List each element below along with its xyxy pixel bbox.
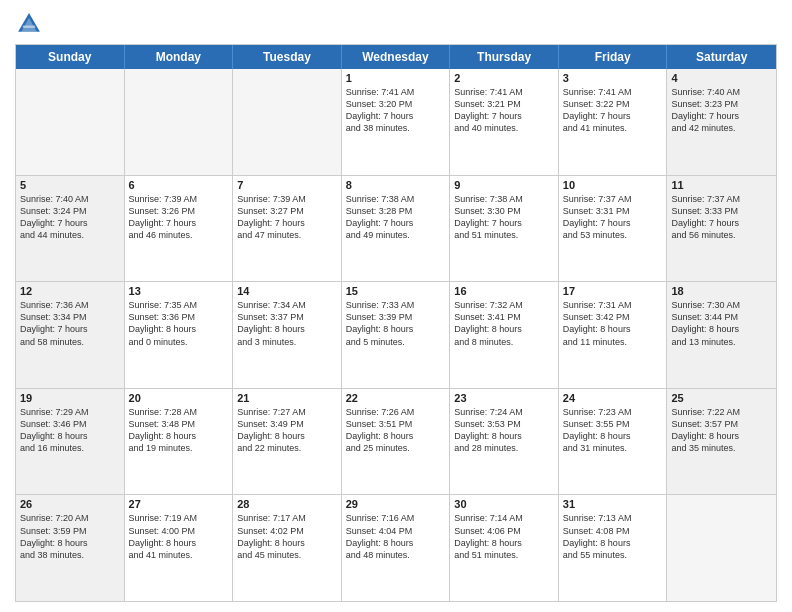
calendar-cell-4: 4Sunrise: 7:40 AM Sunset: 3:23 PM Daylig…	[667, 69, 776, 175]
day-number: 13	[129, 285, 229, 297]
day-info: Sunrise: 7:40 AM Sunset: 3:24 PM Dayligh…	[20, 193, 120, 242]
day-number: 7	[237, 179, 337, 191]
calendar-cell-11: 11Sunrise: 7:37 AM Sunset: 3:33 PM Dayli…	[667, 176, 776, 282]
day-number: 6	[129, 179, 229, 191]
day-number: 16	[454, 285, 554, 297]
day-info: Sunrise: 7:33 AM Sunset: 3:39 PM Dayligh…	[346, 299, 446, 348]
calendar-cell-19: 19Sunrise: 7:29 AM Sunset: 3:46 PM Dayli…	[16, 389, 125, 495]
calendar-cell-3: 3Sunrise: 7:41 AM Sunset: 3:22 PM Daylig…	[559, 69, 668, 175]
calendar-cell-2: 2Sunrise: 7:41 AM Sunset: 3:21 PM Daylig…	[450, 69, 559, 175]
day-info: Sunrise: 7:39 AM Sunset: 3:27 PM Dayligh…	[237, 193, 337, 242]
calendar-cell-empty-0-1	[125, 69, 234, 175]
header-day-monday: Monday	[125, 45, 234, 69]
day-number: 25	[671, 392, 772, 404]
day-info: Sunrise: 7:29 AM Sunset: 3:46 PM Dayligh…	[20, 406, 120, 455]
day-number: 17	[563, 285, 663, 297]
day-info: Sunrise: 7:39 AM Sunset: 3:26 PM Dayligh…	[129, 193, 229, 242]
calendar-cell-31: 31Sunrise: 7:13 AM Sunset: 4:08 PM Dayli…	[559, 495, 668, 601]
day-info: Sunrise: 7:24 AM Sunset: 3:53 PM Dayligh…	[454, 406, 554, 455]
day-number: 9	[454, 179, 554, 191]
day-info: Sunrise: 7:40 AM Sunset: 3:23 PM Dayligh…	[671, 86, 772, 135]
day-number: 11	[671, 179, 772, 191]
day-number: 30	[454, 498, 554, 510]
calendar-cell-26: 26Sunrise: 7:20 AM Sunset: 3:59 PM Dayli…	[16, 495, 125, 601]
day-info: Sunrise: 7:23 AM Sunset: 3:55 PM Dayligh…	[563, 406, 663, 455]
day-number: 12	[20, 285, 120, 297]
calendar-header: SundayMondayTuesdayWednesdayThursdayFrid…	[16, 45, 776, 69]
day-info: Sunrise: 7:31 AM Sunset: 3:42 PM Dayligh…	[563, 299, 663, 348]
header	[15, 10, 777, 38]
day-info: Sunrise: 7:14 AM Sunset: 4:06 PM Dayligh…	[454, 512, 554, 561]
day-info: Sunrise: 7:38 AM Sunset: 3:30 PM Dayligh…	[454, 193, 554, 242]
day-info: Sunrise: 7:22 AM Sunset: 3:57 PM Dayligh…	[671, 406, 772, 455]
day-info: Sunrise: 7:13 AM Sunset: 4:08 PM Dayligh…	[563, 512, 663, 561]
calendar-cell-25: 25Sunrise: 7:22 AM Sunset: 3:57 PM Dayli…	[667, 389, 776, 495]
calendar-cell-21: 21Sunrise: 7:27 AM Sunset: 3:49 PM Dayli…	[233, 389, 342, 495]
header-day-wednesday: Wednesday	[342, 45, 451, 69]
day-number: 27	[129, 498, 229, 510]
header-day-tuesday: Tuesday	[233, 45, 342, 69]
calendar-cell-22: 22Sunrise: 7:26 AM Sunset: 3:51 PM Dayli…	[342, 389, 451, 495]
calendar-row-2: 12Sunrise: 7:36 AM Sunset: 3:34 PM Dayli…	[16, 281, 776, 388]
calendar-row-1: 5Sunrise: 7:40 AM Sunset: 3:24 PM Daylig…	[16, 175, 776, 282]
header-day-sunday: Sunday	[16, 45, 125, 69]
day-number: 4	[671, 72, 772, 84]
day-number: 22	[346, 392, 446, 404]
day-number: 18	[671, 285, 772, 297]
calendar-row-0: 1Sunrise: 7:41 AM Sunset: 3:20 PM Daylig…	[16, 69, 776, 175]
day-number: 15	[346, 285, 446, 297]
header-day-saturday: Saturday	[667, 45, 776, 69]
calendar-cell-30: 30Sunrise: 7:14 AM Sunset: 4:06 PM Dayli…	[450, 495, 559, 601]
day-number: 2	[454, 72, 554, 84]
day-info: Sunrise: 7:36 AM Sunset: 3:34 PM Dayligh…	[20, 299, 120, 348]
day-info: Sunrise: 7:20 AM Sunset: 3:59 PM Dayligh…	[20, 512, 120, 561]
calendar-cell-14: 14Sunrise: 7:34 AM Sunset: 3:37 PM Dayli…	[233, 282, 342, 388]
day-number: 19	[20, 392, 120, 404]
calendar-cell-29: 29Sunrise: 7:16 AM Sunset: 4:04 PM Dayli…	[342, 495, 451, 601]
calendar-cell-8: 8Sunrise: 7:38 AM Sunset: 3:28 PM Daylig…	[342, 176, 451, 282]
page: SundayMondayTuesdayWednesdayThursdayFrid…	[0, 0, 792, 612]
calendar-cell-28: 28Sunrise: 7:17 AM Sunset: 4:02 PM Dayli…	[233, 495, 342, 601]
calendar-cell-1: 1Sunrise: 7:41 AM Sunset: 3:20 PM Daylig…	[342, 69, 451, 175]
day-info: Sunrise: 7:38 AM Sunset: 3:28 PM Dayligh…	[346, 193, 446, 242]
day-info: Sunrise: 7:37 AM Sunset: 3:33 PM Dayligh…	[671, 193, 772, 242]
day-info: Sunrise: 7:37 AM Sunset: 3:31 PM Dayligh…	[563, 193, 663, 242]
day-info: Sunrise: 7:26 AM Sunset: 3:51 PM Dayligh…	[346, 406, 446, 455]
day-number: 10	[563, 179, 663, 191]
day-info: Sunrise: 7:41 AM Sunset: 3:22 PM Dayligh…	[563, 86, 663, 135]
calendar-cell-empty-0-2	[233, 69, 342, 175]
day-info: Sunrise: 7:30 AM Sunset: 3:44 PM Dayligh…	[671, 299, 772, 348]
day-info: Sunrise: 7:28 AM Sunset: 3:48 PM Dayligh…	[129, 406, 229, 455]
calendar: SundayMondayTuesdayWednesdayThursdayFrid…	[15, 44, 777, 602]
calendar-cell-27: 27Sunrise: 7:19 AM Sunset: 4:00 PM Dayli…	[125, 495, 234, 601]
day-number: 20	[129, 392, 229, 404]
calendar-cell-15: 15Sunrise: 7:33 AM Sunset: 3:39 PM Dayli…	[342, 282, 451, 388]
day-info: Sunrise: 7:41 AM Sunset: 3:21 PM Dayligh…	[454, 86, 554, 135]
calendar-cell-9: 9Sunrise: 7:38 AM Sunset: 3:30 PM Daylig…	[450, 176, 559, 282]
day-number: 29	[346, 498, 446, 510]
day-number: 24	[563, 392, 663, 404]
calendar-cell-13: 13Sunrise: 7:35 AM Sunset: 3:36 PM Dayli…	[125, 282, 234, 388]
day-info: Sunrise: 7:27 AM Sunset: 3:49 PM Dayligh…	[237, 406, 337, 455]
calendar-cell-empty-4-6	[667, 495, 776, 601]
calendar-cell-20: 20Sunrise: 7:28 AM Sunset: 3:48 PM Dayli…	[125, 389, 234, 495]
logo-icon	[15, 10, 43, 38]
calendar-cell-7: 7Sunrise: 7:39 AM Sunset: 3:27 PM Daylig…	[233, 176, 342, 282]
header-day-thursday: Thursday	[450, 45, 559, 69]
calendar-row-4: 26Sunrise: 7:20 AM Sunset: 3:59 PM Dayli…	[16, 494, 776, 601]
calendar-cell-16: 16Sunrise: 7:32 AM Sunset: 3:41 PM Dayli…	[450, 282, 559, 388]
day-number: 3	[563, 72, 663, 84]
day-info: Sunrise: 7:19 AM Sunset: 4:00 PM Dayligh…	[129, 512, 229, 561]
day-info: Sunrise: 7:32 AM Sunset: 3:41 PM Dayligh…	[454, 299, 554, 348]
calendar-cell-24: 24Sunrise: 7:23 AM Sunset: 3:55 PM Dayli…	[559, 389, 668, 495]
calendar-cell-12: 12Sunrise: 7:36 AM Sunset: 3:34 PM Dayli…	[16, 282, 125, 388]
calendar-cell-empty-0-0	[16, 69, 125, 175]
day-number: 14	[237, 285, 337, 297]
day-info: Sunrise: 7:35 AM Sunset: 3:36 PM Dayligh…	[129, 299, 229, 348]
calendar-cell-6: 6Sunrise: 7:39 AM Sunset: 3:26 PM Daylig…	[125, 176, 234, 282]
day-info: Sunrise: 7:16 AM Sunset: 4:04 PM Dayligh…	[346, 512, 446, 561]
day-number: 1	[346, 72, 446, 84]
calendar-cell-17: 17Sunrise: 7:31 AM Sunset: 3:42 PM Dayli…	[559, 282, 668, 388]
day-number: 23	[454, 392, 554, 404]
calendar-cell-5: 5Sunrise: 7:40 AM Sunset: 3:24 PM Daylig…	[16, 176, 125, 282]
